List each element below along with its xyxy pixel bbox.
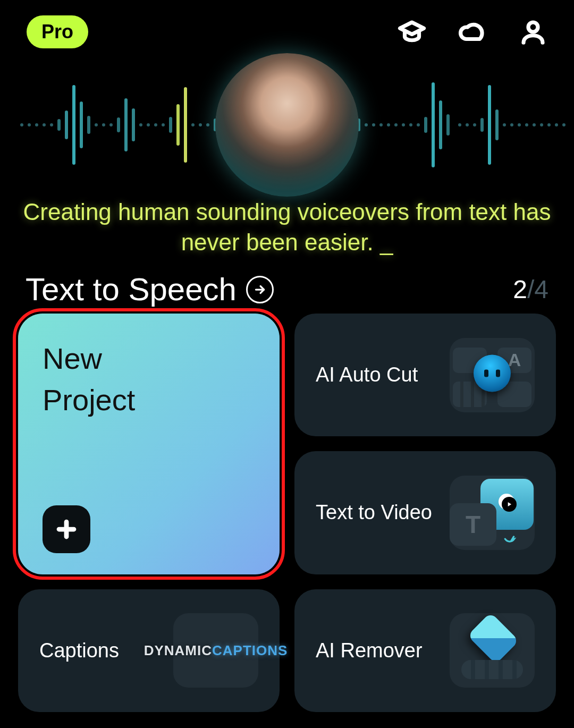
- pager-sep: /: [527, 275, 534, 303]
- feature-title-row: Text to Speech 2/4: [26, 271, 548, 308]
- captions-label: Captions: [39, 639, 119, 662]
- feature-title: Text to Speech: [26, 271, 237, 308]
- text-to-video-icon: T: [450, 476, 535, 550]
- eraser-icon: [467, 613, 519, 665]
- svg-point-0: [528, 22, 538, 32]
- robot-icon: [474, 354, 511, 392]
- tutorial-icon[interactable]: [398, 18, 426, 46]
- header-icons: [398, 18, 547, 46]
- pager: 2/4: [513, 275, 548, 304]
- ai-auto-cut-card[interactable]: AI Auto Cut A: [294, 314, 556, 436]
- go-arrow-button[interactable]: [246, 276, 274, 303]
- text-to-video-card[interactable]: Text to Video T: [294, 451, 556, 574]
- arrow-right-icon: [253, 283, 267, 297]
- avatar-image: [215, 53, 359, 197]
- pager-total: 4: [534, 275, 548, 303]
- ai-auto-cut-icon: A: [450, 338, 535, 412]
- new-project-label: NewProject: [43, 338, 255, 421]
- app-root: Pro: [0, 0, 574, 728]
- ai-remover-card[interactable]: AI Remover: [294, 589, 556, 712]
- hero-banner[interactable]: [0, 48, 574, 202]
- profile-icon[interactable]: [519, 18, 547, 46]
- plus-icon: [55, 518, 78, 540]
- new-project-plus-button[interactable]: [43, 505, 90, 553]
- hero-tagline: Creating human sounding voiceovers from …: [0, 197, 574, 257]
- header: Pro: [0, 0, 574, 64]
- cloud-icon[interactable]: [458, 18, 487, 46]
- captions-icon: DYNAMIC CAPTIONS: [173, 613, 258, 688]
- new-project-card[interactable]: NewProject: [18, 314, 280, 574]
- pro-badge[interactable]: Pro: [27, 15, 88, 48]
- pager-current: 2: [513, 275, 527, 303]
- ai-remover-icon: [450, 613, 535, 688]
- captions-card[interactable]: Captions DYNAMIC CAPTIONS: [18, 589, 280, 712]
- ai-auto-cut-label: AI Auto Cut: [316, 363, 418, 386]
- text-to-video-label: Text to Video: [316, 501, 432, 524]
- cards-grid: NewProject AI Auto Cut A Text to Video: [18, 314, 556, 712]
- ai-remover-label: AI Remover: [316, 639, 423, 662]
